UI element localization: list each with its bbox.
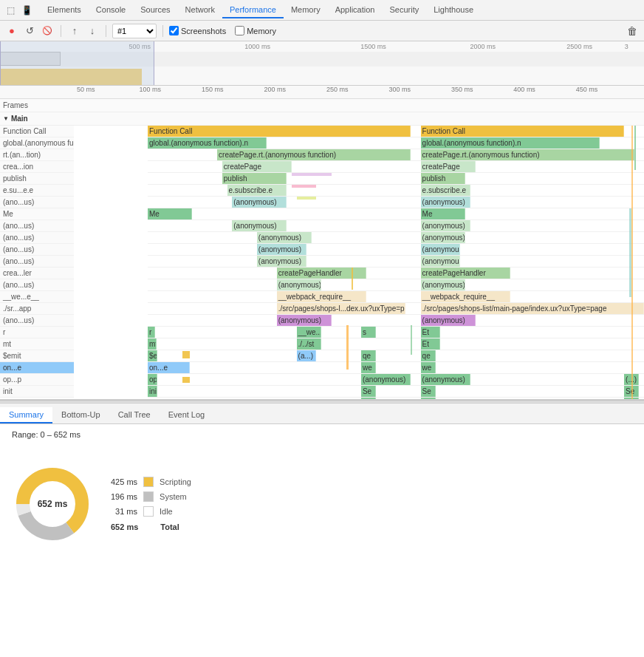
- tab-memory[interactable]: Memory: [284, 2, 328, 18]
- flame-cell-an10[interactable]: (anonymous): [421, 256, 461, 267]
- flame-cell-an12[interactable]: (anonymous): [421, 279, 465, 290]
- tab-performance[interactable]: Performance: [222, 2, 284, 18]
- flame-cell-se2[interactable]: Se: [421, 386, 436, 397]
- flame-cell-mt[interactable]: mt: [148, 338, 157, 350]
- flame-cell-me2[interactable]: Me: [421, 208, 465, 219]
- tab-console[interactable]: Console: [89, 2, 133, 18]
- tab-lighthouse[interactable]: Lighthouse: [426, 2, 481, 18]
- flame-cell-rt2[interactable]: createPage.rt.(anonymous function): [421, 149, 634, 160]
- flame-cell-onue[interactable]: on...e: [148, 362, 190, 373]
- flame-row-2: createPage.rt.(anonymous function) creat…: [148, 149, 644, 161]
- tab-call-tree[interactable]: Call Tree: [109, 407, 160, 423]
- flame-cell-an8[interactable]: (anonymous): [421, 244, 461, 255]
- label-mt: mt: [0, 338, 74, 350]
- main-track-header[interactable]: ▼ Main: [0, 112, 644, 126]
- tab-elements[interactable]: Elements: [40, 2, 89, 18]
- flame-cell-cph1[interactable]: createPageHandler: [277, 268, 366, 279]
- flame-cell-were[interactable]: __we...re__: [297, 327, 322, 338]
- flame-cell-pub1[interactable]: publish: [222, 173, 287, 184]
- memory-checkbox[interactable]: [235, 26, 244, 35]
- flame-cell-wr2[interactable]: __webpack_require__: [421, 291, 510, 302]
- green-bar-right: [634, 126, 636, 170]
- label-srapp: ./sr...app: [0, 303, 74, 315]
- flame-cell-s1[interactable]: s: [361, 327, 376, 338]
- flame-cell-anon-r22-2[interactable]: (anonymous): [421, 374, 470, 385]
- tab-summary[interactable]: Summary: [0, 407, 52, 423]
- flame-cell-me1[interactable]: Me: [148, 208, 192, 219]
- flame-cell-opp[interactable]: op...p: [148, 374, 157, 385]
- flame-cell-cph2[interactable]: createPageHandler: [421, 268, 510, 279]
- upload-button[interactable]: ↑: [67, 24, 82, 38]
- session-select[interactable]: #1: [112, 24, 157, 38]
- flame-cell-qe1[interactable]: qe: [361, 350, 376, 361]
- flame-row-12: createPageHandler createPageHandler: [148, 268, 644, 279]
- flame-cell-init[interactable]: init: [148, 386, 157, 397]
- device-icon[interactable]: 📱: [19, 3, 34, 18]
- flame-cell-an7[interactable]: (anonymous): [257, 244, 306, 255]
- label-rt-antion: rt.(an...tion): [0, 149, 74, 161]
- flame-cell-fc1[interactable]: Function Call: [148, 126, 411, 137]
- tab-security[interactable]: Security: [382, 2, 426, 18]
- flame-cell-g2[interactable]: global.(anonymous function).n: [421, 137, 600, 149]
- flame-row-13: (anonymous) (anonymous): [148, 279, 644, 291]
- flame-cell-src1[interactable]: ./src/pages/shops-l...dex.ux?uxType=page: [277, 303, 406, 314]
- reload-record-button[interactable]: ↺: [22, 24, 37, 38]
- flame-cell-se1[interactable]: Se: [361, 386, 376, 397]
- flame-row-8: (anonymous) (anonymous): [148, 220, 644, 232]
- flame-cell-an9[interactable]: (anonymous): [257, 256, 306, 267]
- inspect-icon[interactable]: ⬚: [3, 3, 18, 18]
- flame-cell-et1[interactable]: Et: [421, 327, 441, 338]
- flame-cell-rt1[interactable]: createPage.rt.(anonymous function): [217, 149, 411, 160]
- flame-cell-an5[interactable]: (anonymous): [257, 232, 312, 243]
- yellow-block: [182, 351, 190, 358]
- flame-cell-es1[interactable]: e.subscribe.e: [227, 185, 287, 196]
- flame-cell-g1[interactable]: global.(anonymous function).n: [148, 137, 267, 149]
- flame-cell-we2[interactable]: we: [421, 362, 436, 373]
- screenshots-checkbox-label[interactable]: Screenshots: [169, 26, 226, 35]
- flame-cell-we4[interactable]: we: [421, 398, 436, 399]
- flame-cell-pub2[interactable]: publish: [421, 173, 465, 184]
- flame-cell-qe2[interactable]: qe: [421, 350, 436, 361]
- flame-cell-et2[interactable]: Et: [421, 338, 441, 350]
- trash-button[interactable]: 🗑: [625, 24, 640, 38]
- flame-cell-we3[interactable]: we: [361, 398, 376, 399]
- tab-application[interactable]: Application: [328, 2, 383, 18]
- flame-cell-es2[interactable]: e.subscribe.e: [421, 185, 470, 196]
- flame-cell-an3[interactable]: (anonymous): [232, 220, 287, 231]
- flame-cell-adots[interactable]: (a...): [297, 350, 317, 361]
- download-button[interactable]: ↓: [85, 24, 100, 38]
- flame-cell-cp2[interactable]: createPage: [421, 161, 476, 172]
- flame-cell-dotst[interactable]: ./../st: [297, 338, 322, 350]
- tab-bottom-up[interactable]: Bottom-Up: [52, 407, 109, 423]
- label-publish: publish: [0, 173, 74, 185]
- clear-button[interactable]: 🚫: [40, 24, 55, 38]
- flame-row-4: publish publish: [148, 173, 644, 185]
- tab-sources[interactable]: Sources: [133, 2, 177, 18]
- flame-cell-ap2[interactable]: (anonymous): [421, 315, 476, 326]
- flame-cell-an1[interactable]: (anonymous): [232, 197, 287, 208]
- flame-cell-we1[interactable]: we: [361, 362, 376, 373]
- flame-cell-an6[interactable]: (anonymous): [421, 232, 465, 243]
- flame-cell-an11[interactable]: (anonymous): [277, 279, 321, 290]
- flame-cell-fc2[interactable]: Function Call: [421, 126, 625, 137]
- bottom-tabs: Summary Bottom-Up Call Tree Event Log: [0, 404, 644, 424]
- overview-container[interactable]: 500 ms 1000 ms 1500 ms 2000 ms 2500 ms 3: [0, 41, 644, 86]
- overview-selection[interactable]: [0, 41, 154, 85]
- record-button[interactable]: ●: [4, 24, 19, 38]
- flame-cell-anon-r22-1[interactable]: (anonymous): [361, 374, 411, 385]
- flame-cell-src2[interactable]: ./src/pages/shops-list/main-page/index.u…: [421, 303, 644, 314]
- flame-cell-ap1[interactable]: (anonymous): [277, 315, 332, 326]
- tab-network[interactable]: Network: [178, 2, 222, 18]
- flame-cell-cp1[interactable]: createPage: [222, 161, 292, 172]
- memory-checkbox-label[interactable]: Memory: [235, 26, 276, 35]
- orange-bar-right: [631, 126, 633, 399]
- flame-cell-wr1[interactable]: __webpack_require__: [277, 291, 366, 302]
- screenshots-checkbox[interactable]: [169, 26, 179, 35]
- label-opp: op...p: [0, 374, 74, 386]
- tab-event-log[interactable]: Event Log: [160, 407, 214, 423]
- flame-cell-an4[interactable]: (anonymous): [421, 220, 470, 231]
- flame-cell-semit[interactable]: $emit: [148, 350, 157, 361]
- summary-panel: 652 ms 425 ms Scripting 196 ms System 31…: [0, 442, 644, 566]
- flame-cell-r[interactable]: r: [148, 327, 155, 338]
- flame-cell-an2[interactable]: (anonymous): [421, 197, 470, 208]
